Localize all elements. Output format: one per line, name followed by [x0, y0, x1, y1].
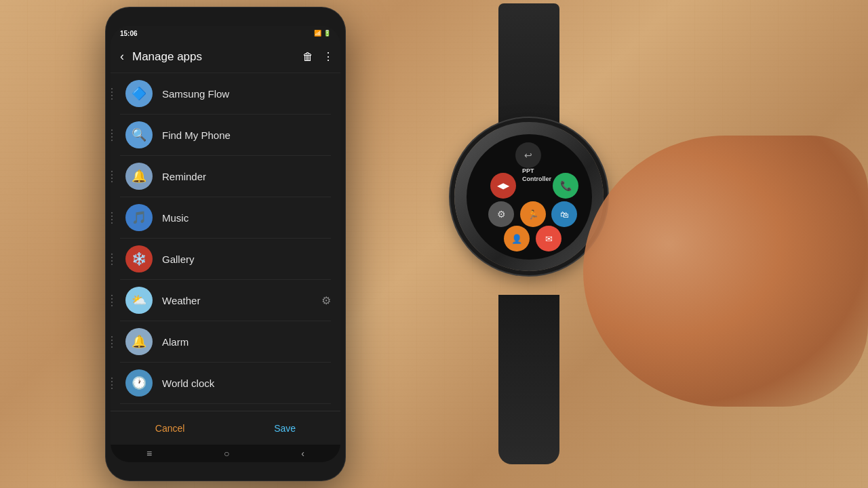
watch-settings-icon[interactable]: ⚙ — [488, 201, 514, 227]
app-item-find-my-phone[interactable]: 🔍 Find My Phone — [111, 115, 340, 155]
app-icon-alarm: 🔔 — [125, 328, 153, 355]
watch-app-grid: ↩ ◀▶ PPTController ⚙ 📞 🛍 — [471, 139, 587, 254]
drag-handle — [111, 125, 113, 145]
status-time: 15:06 — [120, 30, 138, 37]
watch-back-icon[interactable]: ↩ — [515, 142, 541, 168]
more-icon[interactable]: ⋮ — [323, 50, 334, 63]
app-icon-world-clock: 🕐 — [125, 369, 153, 396]
app-item-music[interactable]: 🎵 Music — [111, 197, 340, 238]
cancel-button[interactable]: Cancel — [135, 418, 205, 439]
home-nav-button[interactable]: ○ — [224, 448, 229, 459]
drag-handle — [111, 249, 113, 269]
drag-handle — [111, 331, 113, 352]
nav-bar: ≡ ○ ‹ — [111, 445, 340, 462]
phone-screen: 15:06 📶 🔋 ‹ Manage apps 🗑 ⋮ — [111, 26, 340, 462]
watch-activity-icon[interactable]: 🏃 — [520, 201, 546, 227]
battery-icon: 🔋 — [323, 30, 331, 37]
watch-case: ↩ ◀▶ PPTController ⚙ 📞 🛍 — [454, 122, 604, 271]
watch-contacts-icon[interactable]: 👤 — [504, 226, 530, 251]
watch-band-bottom — [498, 295, 559, 464]
wifi-icon: 📶 — [314, 30, 321, 37]
ppt-controller-label: PPTController — [522, 167, 551, 183]
app-item-gallery[interactable]: ❄️ Gallery — [111, 239, 340, 279]
settings-btn-weather[interactable]: ⚙ — [321, 294, 331, 307]
app-icon-gallery: ❄️ — [125, 245, 153, 272]
page-title: Manage apps — [132, 50, 297, 64]
drag-handle — [111, 290, 113, 310]
app-item-weather[interactable]: ⛅ Weather ⚙ — [111, 280, 340, 321]
watch-screen: ↩ ◀▶ PPTController ⚙ 📞 🛍 — [467, 134, 592, 260]
status-bar: 15:06 📶 🔋 — [111, 26, 340, 41]
app-icon-music: 🎵 — [125, 204, 153, 231]
app-icon-reminder: 🔔 — [125, 163, 153, 190]
app-name-find-my-phone: Find My Phone — [162, 129, 331, 141]
phone-device: 15:06 📶 🔋 ‹ Manage apps 🗑 ⋮ — [105, 7, 346, 481]
app-list: 🔷 Samsung Flow 🔍 Find My Phone — [111, 73, 340, 411]
watch-mail-icon[interactable]: ✉ — [536, 226, 561, 251]
app-name-reminder: Reminder — [162, 171, 331, 182]
app-item-calendar[interactable]: 📅 Calendar — [111, 404, 340, 411]
app-name-samsung-flow: Samsung Flow — [162, 88, 331, 100]
watch-store-icon[interactable]: 🛍 — [551, 201, 577, 227]
app-item-reminder[interactable]: 🔔 Reminder — [111, 156, 340, 197]
back-button[interactable]: ‹ — [117, 47, 127, 66]
drag-handle — [111, 166, 113, 186]
drag-handle — [111, 83, 113, 104]
app-name-weather: Weather — [162, 295, 312, 306]
app-name-gallery: Gallery — [162, 253, 331, 265]
watch-ppt-button[interactable]: ◀▶ — [490, 173, 516, 199]
app-icon-samsung-flow: 🔷 — [125, 80, 153, 107]
app-name-alarm: Alarm — [162, 336, 331, 348]
app-name-world-clock: World clock — [162, 378, 331, 389]
app-icon-find-my-phone: 🔍 — [125, 121, 153, 148]
app-item-alarm[interactable]: 🔔 Alarm — [111, 321, 340, 362]
menu-nav-button[interactable]: ≡ — [146, 448, 152, 459]
save-button[interactable]: Save — [254, 418, 316, 439]
drag-handle — [111, 373, 113, 393]
app-item-world-clock[interactable]: 🕐 World clock — [111, 363, 340, 403]
status-icons: 📶 🔋 — [314, 30, 331, 37]
drag-handle — [111, 207, 113, 228]
header: ‹ Manage apps 🗑 ⋮ — [111, 41, 340, 73]
app-name-music: Music — [162, 212, 331, 224]
app-item-samsung-flow[interactable]: 🔷 Samsung Flow — [111, 73, 340, 114]
header-actions: 🗑 ⋮ — [302, 50, 334, 63]
app-icon-weather: ⛅ — [125, 287, 153, 314]
watch-device: ↩ ◀▶ PPTController ⚙ 📞 🛍 — [434, 3, 624, 464]
watch-phone-icon[interactable]: 📞 — [553, 173, 578, 199]
bottom-bar: Cancel Save — [111, 411, 340, 445]
delete-icon[interactable]: 🗑 — [302, 51, 313, 63]
back-nav-button[interactable]: ‹ — [301, 448, 304, 459]
